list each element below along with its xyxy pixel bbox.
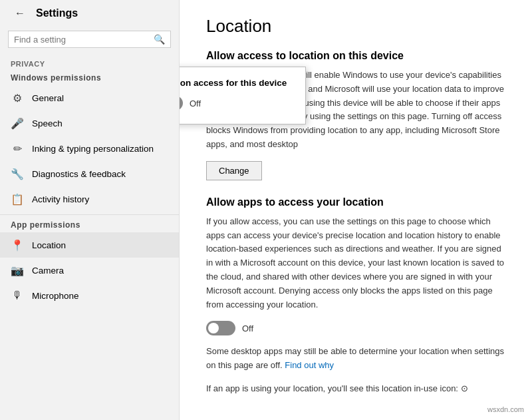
app-permissions-label: App permissions bbox=[0, 218, 179, 232]
search-box[interactable]: 🔍 bbox=[8, 31, 171, 48]
watermark: wsxdn.com bbox=[485, 404, 527, 415]
apps-location-toggle[interactable] bbox=[206, 321, 235, 335]
section2-heading: Allow apps to access your location bbox=[206, 196, 505, 208]
section1-heading: Allow access to location on this device bbox=[206, 50, 505, 62]
divider bbox=[0, 214, 179, 215]
sidebar-item-diagnostics[interactable]: 🔧 Diagnostics & feedback bbox=[0, 161, 179, 186]
microphone-icon: 🎙 bbox=[11, 289, 24, 302]
popup-heading: Location access for this device bbox=[180, 78, 292, 88]
privacy-section-label: Privacy bbox=[0, 55, 179, 71]
desktop-apps-text: Some desktop apps may still be able to d… bbox=[206, 345, 505, 373]
search-icon-button[interactable]: 🔍 bbox=[154, 34, 165, 45]
icon-description-text: If an app is using your location, you'll… bbox=[206, 382, 505, 396]
sidebar-item-microphone-label: Microphone bbox=[32, 291, 79, 301]
toggle-knob bbox=[208, 323, 219, 333]
camera-icon: 📷 bbox=[11, 264, 24, 277]
back-button[interactable]: ← bbox=[11, 4, 29, 23]
page-title: Location bbox=[206, 16, 505, 37]
inking-icon: ✏ bbox=[11, 142, 24, 155]
sidebar-item-inking[interactable]: ✏ Inking & typing personalization bbox=[0, 136, 179, 161]
sidebar-item-general[interactable]: ⚙ General bbox=[0, 85, 179, 110]
sidebar-item-general-label: General bbox=[32, 93, 64, 103]
sidebar-item-microphone[interactable]: 🎙 Microphone bbox=[0, 283, 179, 308]
device-location-toggle[interactable] bbox=[180, 96, 183, 110]
popup-toggle-row: Off bbox=[180, 96, 292, 110]
sidebar-item-location-label: Location bbox=[32, 240, 66, 250]
sidebar-header: ← Settings bbox=[0, 0, 179, 27]
sidebar-item-inking-label: Inking & typing personalization bbox=[32, 144, 154, 154]
location-icon: 📍 bbox=[11, 238, 24, 252]
sidebar-item-location[interactable]: 📍 Location bbox=[0, 232, 179, 258]
general-icon: ⚙ bbox=[11, 91, 24, 105]
sidebar-item-activity[interactable]: 📋 Activity history bbox=[0, 186, 179, 212]
speech-icon: 🎤 bbox=[11, 116, 24, 130]
main-content: Location Allow access to location on thi… bbox=[180, 0, 532, 420]
section2-body: If you allow access, you can use the set… bbox=[206, 215, 505, 312]
sidebar-item-camera-label: Camera bbox=[32, 266, 64, 276]
sidebar-item-camera[interactable]: 📷 Camera bbox=[0, 258, 179, 283]
sidebar-title: Settings bbox=[36, 7, 78, 19]
diagnostics-icon: 🔧 bbox=[11, 167, 24, 180]
sidebar-item-speech-label: Speech bbox=[32, 118, 63, 128]
popup-toggle-label: Off bbox=[190, 99, 201, 108]
find-out-why-link[interactable]: Find out why bbox=[285, 360, 334, 370]
sidebar-item-speech[interactable]: 🎤 Speech bbox=[0, 110, 179, 136]
change-button[interactable]: Change bbox=[206, 161, 262, 180]
sidebar-item-activity-label: Activity history bbox=[32, 194, 89, 204]
device-location-popup: Location access for this device Off bbox=[180, 67, 306, 124]
search-input[interactable] bbox=[14, 35, 148, 45]
sidebar-item-diagnostics-label: Diagnostics & feedback bbox=[32, 169, 126, 179]
windows-permissions-label: Windows permissions bbox=[0, 71, 179, 85]
apps-location-toggle-row: Off bbox=[206, 321, 505, 335]
sidebar: ← Settings 🔍 Privacy Windows permissions… bbox=[0, 0, 180, 420]
apps-location-toggle-label: Off bbox=[242, 323, 253, 333]
activity-icon: 📋 bbox=[11, 192, 24, 206]
